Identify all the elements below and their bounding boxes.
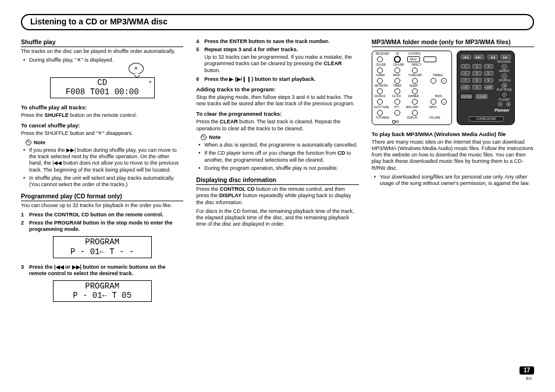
prog-steps-3: 4Press the ENTER button to save the trac… [204, 38, 358, 83]
clear-button: CLEAR [476, 94, 488, 99]
heading-clear-tracks: To clear the programmed tracks: [196, 111, 358, 117]
note-label: Note [209, 134, 220, 141]
heading-add-tracks: Adding tracks to the program: [196, 86, 358, 93]
tuner-button [377, 78, 383, 84]
shuffle-intro: The tracks on the disc can be played in … [21, 48, 183, 55]
step-6: 6 Press the ▶ (▶/❙❙) button to start pla… [204, 76, 358, 83]
step-2: 2Press the PROGRAM button in the stop mo… [29, 220, 183, 233]
num-8: 8 [472, 78, 482, 83]
shuffle-indicator-icon: ✕ [149, 79, 152, 84]
num-6: 6 [484, 71, 493, 76]
mov-button: MOV [407, 56, 420, 62]
heading-shuffle: Shuffle play [21, 38, 183, 47]
remote-diagrams: RECEIVER CD CONTROL MOV CD/USB CD+USB DI… [372, 51, 534, 125]
column-1: Shuffle play The tracks on the disc can … [21, 38, 183, 308]
page-language: En [520, 376, 534, 382]
num-plus100: +100 [484, 85, 493, 90]
next-icon: ▶▶| [72, 264, 82, 270]
repeat-button [501, 73, 507, 79]
heading-cancel-shuffle: To cancel shuffle play: [21, 122, 183, 129]
page-columns: Shuffle play The tracks on the disc can … [21, 38, 534, 308]
clear-notes: When a disc is ejected, the programme is… [204, 142, 358, 172]
lcd-program-1: PROGRAM P - 01← T - - [53, 236, 152, 258]
next-track-button: ▶▶| [474, 55, 484, 59]
mp3-notes: Your downloaded song/files are for perso… [380, 174, 534, 187]
lcd-line1: CD [53, 78, 152, 87]
heading-play-mp3: To play back MP3/WMA (Windows Media Audi… [372, 131, 534, 138]
num-2: 2 [472, 64, 482, 69]
text: Press the SHUFFLE button and " [21, 130, 98, 136]
cd-button [394, 56, 400, 62]
direct-button [412, 67, 418, 73]
text: " is displayed. [81, 57, 113, 63]
num-5: 5 [472, 71, 482, 76]
note-icon: ✎ [26, 140, 31, 145]
num-9: 9 [484, 78, 493, 83]
dimmer-button [412, 99, 418, 105]
step-1: 1Press the CONTROL CD button on the remo… [29, 212, 183, 218]
text: During shuffle play, " [29, 57, 77, 63]
shuffle-notes: If you press the ▶▶| button during shuff… [29, 147, 183, 188]
shuffle-all-text: Press the SHUFFLE button on the remote c… [21, 112, 183, 119]
folder-plus: + [506, 102, 511, 106]
note-item: In shuffle play, the unit will select an… [29, 175, 183, 188]
note-item: If the CD player turns off or you change… [204, 150, 358, 163]
section-title: Listening to a CD or MP3/WMA disc [30, 17, 168, 26]
prog-steps-2: 3 Press the |◀◀ or ▶▶| button or numeric… [29, 264, 183, 277]
section-title-bar: Listening to a CD or MP3/WMA disc [21, 14, 534, 30]
heading-display-info: Displaying disc information [196, 176, 358, 185]
receiver-button [377, 56, 383, 62]
heading-shuffle-all: To shuffle play all tracks: [21, 104, 183, 111]
folder-minus: - [498, 102, 503, 106]
step-3: 3 Press the |◀◀ or ▶▶| button or numeric… [29, 264, 183, 277]
tunegrp-button [412, 78, 418, 84]
prog-steps-1: 1Press the CONTROL CD button on the remo… [29, 212, 183, 233]
step-4: 4Press the ENTER button to save the trac… [204, 38, 358, 45]
mp3-note-item: Your downloaded song/files are for perso… [380, 174, 534, 187]
timer-button [394, 88, 400, 94]
prev-track-button: |◀◀ [461, 55, 471, 59]
tune-up [392, 120, 396, 124]
step-5: 5Repeat steps 3 and 4 for other tracks. … [204, 47, 358, 74]
ctrl-button [424, 56, 436, 62]
step-5-detail: Up to 32 tracks can be programmed. If yo… [204, 54, 358, 74]
mp3-intro: There are many music sites on the intern… [372, 139, 534, 172]
num-plus10: +10 [461, 85, 470, 90]
autotune-button [377, 110, 383, 116]
clock-button [394, 99, 400, 105]
note-marker: ✎ Note [201, 134, 358, 141]
shuffle-icon: ✕ [134, 65, 138, 72]
lcd-display-1: ✕ ✕ CD F008 T001 00:00 [50, 77, 155, 98]
bass-plus: + [441, 99, 447, 105]
cdplususb-button [394, 67, 400, 73]
num-1: 1 [461, 64, 470, 69]
pioneer-logo: Pioneer [494, 108, 510, 112]
display-info-p1: Press the CONTROL CD button on the remot… [196, 186, 358, 206]
band-button [394, 78, 400, 84]
column-3: MP3/WMA folder mode (only for MP3/WMA fi… [372, 38, 534, 308]
prog-intro: You can choose up to 32 tracks for playb… [21, 202, 183, 209]
shuffle-li: During shuffle play, "✕" is displayed. [29, 57, 183, 63]
shuffle-list: During shuffle play, "✕" is displayed. [29, 57, 183, 63]
sleep-button [412, 88, 418, 94]
rewind-button: ◀◀ [488, 55, 498, 59]
cancel-shuffle-text: Press the SHUFFLE button and "✕" disappe… [21, 130, 183, 137]
num-7: 7 [461, 78, 470, 83]
digin-button [377, 99, 383, 105]
forward-button: ▶▶ [500, 55, 511, 59]
playmode-button [501, 92, 507, 98]
lcd-program-2: PROGRAM P - 01← T 05 [53, 280, 152, 302]
lcd-line1: PROGRAM [54, 281, 151, 291]
column-2: 4Press the ENTER button to save the trac… [196, 38, 358, 308]
note-label: Note [34, 140, 45, 146]
network-button [377, 88, 383, 94]
num-3: 3 [484, 64, 493, 69]
note-icon: ✎ [201, 134, 207, 140]
lcd-line2: P - 01← T 05 [54, 291, 151, 300]
num-4: 4 [461, 71, 470, 76]
shuffle-button: ✕ [501, 83, 507, 88]
rdsdisp-button [412, 110, 418, 116]
note-item: If you press the ▶▶| button during shuff… [29, 147, 183, 173]
program-button [501, 64, 507, 70]
num-0: 0 [472, 85, 482, 90]
